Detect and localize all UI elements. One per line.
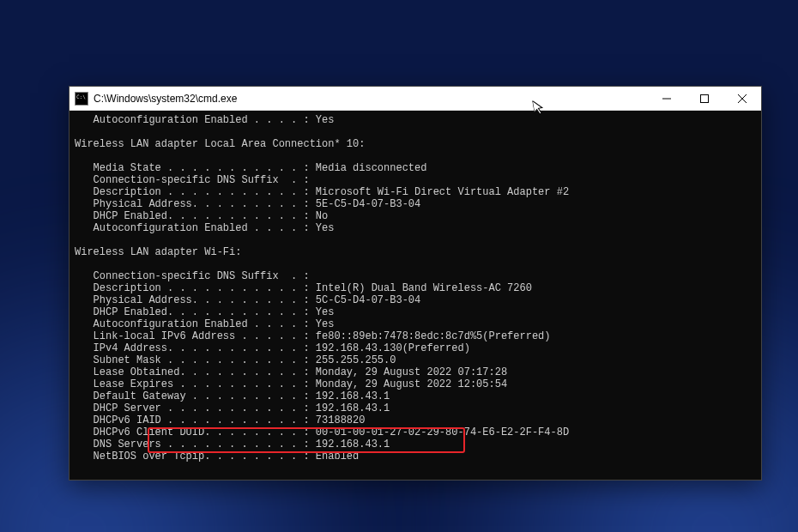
output-line: Description . . . . . . . . . . . : Inte… bbox=[75, 282, 532, 294]
terminal-output[interactable]: Autoconfiguration Enabled . . . . : Yes … bbox=[70, 111, 761, 480]
output-line: DHCP Enabled. . . . . . . . . . . : Yes bbox=[75, 306, 334, 318]
titlebar[interactable]: C:\Windows\system32\cmd.exe bbox=[70, 87, 761, 111]
output-section-header: Wireless LAN adapter Local Area Connecti… bbox=[75, 138, 365, 150]
output-line: Media State . . . . . . . . . . . : Medi… bbox=[75, 162, 426, 174]
minimize-icon bbox=[662, 94, 671, 103]
output-line: Description . . . . . . . . . . . : Micr… bbox=[75, 186, 569, 198]
output-line: Physical Address. . . . . . . . . : 5E-C… bbox=[75, 198, 420, 210]
output-line: Connection-specific DNS Suffix . : bbox=[75, 270, 310, 282]
close-button[interactable] bbox=[723, 87, 761, 111]
cmd-window: C:\Windows\system32\cmd.exe Autoconfigur… bbox=[69, 86, 762, 481]
output-line: Link-local IPv6 Address . . . . . : fe80… bbox=[75, 330, 551, 342]
output-line: Default Gateway . . . . . . . . . : 192.… bbox=[75, 390, 390, 402]
maximize-icon bbox=[700, 94, 709, 103]
window-title: C:\Windows\system32\cmd.exe bbox=[94, 93, 237, 105]
output-line: Lease Expires . . . . . . . . . . : Mond… bbox=[75, 378, 507, 390]
output-line-dns: DNS Servers . . . . . . . . . . . : 192.… bbox=[75, 438, 390, 450]
output-line: DHCPv6 Client DUID. . . . . . . . : 00-0… bbox=[75, 426, 569, 438]
output-line: Subnet Mask . . . . . . . . . . . : 255.… bbox=[75, 354, 396, 366]
cmd-icon bbox=[75, 92, 88, 106]
output-line: DHCP Enabled. . . . . . . . . . . : No bbox=[75, 210, 328, 222]
output-line: Autoconfiguration Enabled . . . . : Yes bbox=[75, 318, 334, 330]
output-line: Lease Obtained. . . . . . . . . . : Mond… bbox=[75, 366, 507, 378]
output-line: IPv4 Address. . . . . . . . . . . : 192.… bbox=[75, 342, 470, 354]
output-line: Autoconfiguration Enabled . . . . : Yes bbox=[75, 114, 334, 126]
close-icon bbox=[738, 94, 747, 103]
output-section-header: Wireless LAN adapter Wi-Fi: bbox=[75, 246, 241, 258]
minimize-button[interactable] bbox=[648, 87, 686, 111]
svg-rect-1 bbox=[701, 94, 709, 102]
output-line: NetBIOS over Tcpip. . . . . . . . : Enab… bbox=[75, 450, 359, 462]
output-line: DHCPv6 IAID . . . . . . . . . . . : 7318… bbox=[75, 414, 365, 426]
output-line: Autoconfiguration Enabled . . . . : Yes bbox=[75, 222, 334, 234]
output-line: Connection-specific DNS Suffix . : bbox=[75, 174, 310, 186]
maximize-button[interactable] bbox=[686, 87, 723, 111]
output-line: Physical Address. . . . . . . . . : 5C-C… bbox=[75, 294, 420, 306]
output-line: DHCP Server . . . . . . . . . . . : 192.… bbox=[75, 402, 390, 414]
